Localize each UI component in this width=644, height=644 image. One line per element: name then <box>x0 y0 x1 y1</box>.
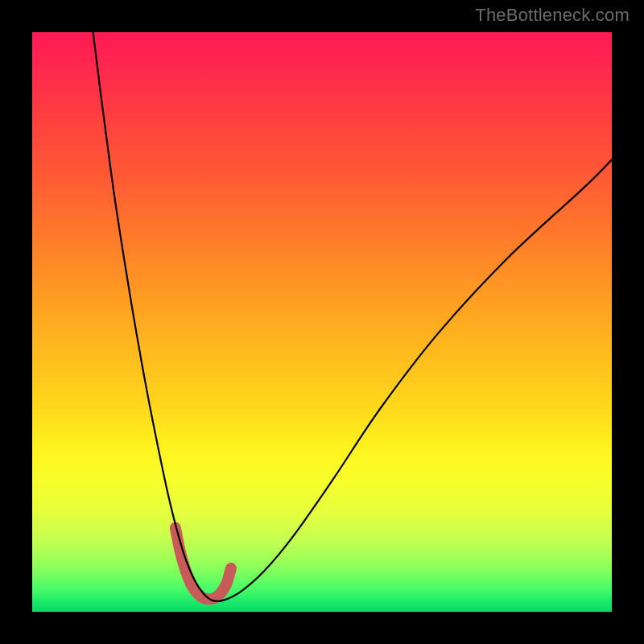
watermark-text: TheBottleneck.com <box>475 5 630 26</box>
highlight-segment <box>175 528 231 600</box>
chart-svg <box>32 32 612 612</box>
main-curve <box>93 32 612 601</box>
chart-frame: TheBottleneck.com <box>0 0 644 644</box>
